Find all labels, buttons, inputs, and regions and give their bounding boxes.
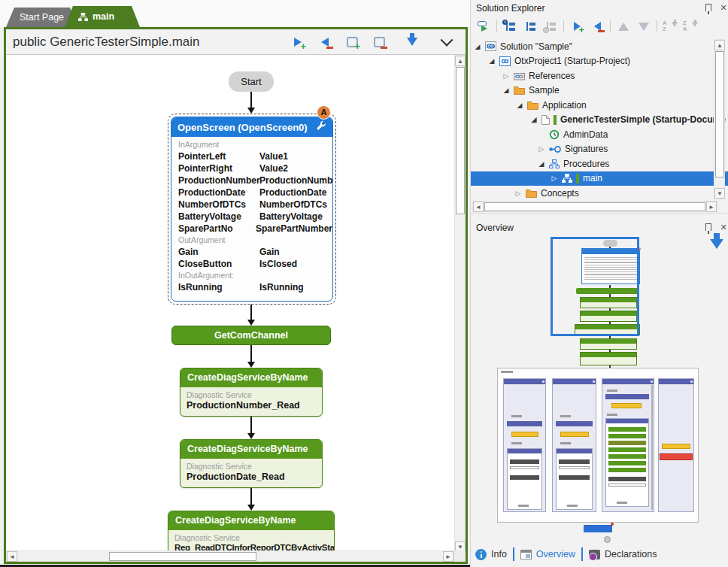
tree-item-document[interactable]: ◢ GenericTesterSimple (Startup-Docume (471, 113, 728, 128)
start-node[interactable]: Start (229, 71, 274, 92)
tree-item-references[interactable]: ▷ References (471, 68, 728, 83)
scroll-right-arrow[interactable]: ► (443, 551, 453, 562)
tree-item-concepts[interactable]: ▷ Concepts (471, 186, 728, 200)
solution-explorer-header: Solution Explorer ✕ (471, 0, 728, 17)
expander-icon[interactable]: ▷ (551, 174, 558, 182)
vscroll-thumb[interactable] (715, 51, 724, 177)
startup-marker (554, 115, 557, 125)
expander-icon[interactable]: ▷ (502, 72, 510, 80)
analysis-badge[interactable]: A (317, 105, 331, 120)
pin-icon[interactable] (702, 2, 714, 14)
flowchart-icon (78, 13, 88, 21)
expand-all-icon[interactable] (523, 20, 538, 33)
project-icon (499, 56, 511, 66)
inout-argument-label: InOutArgument: (178, 270, 332, 281)
sort-za-icon[interactable]: ZA (683, 20, 698, 33)
tree-item-admindata[interactable]: ◢ AdminData (471, 127, 728, 142)
argument-row: IsRunningIsRunning (178, 281, 332, 293)
argument-row: PointerLeftValue1 (178, 150, 332, 162)
remove-after-icon[interactable] (317, 35, 333, 50)
argument-row: PointerRightValue2 (178, 162, 332, 174)
flowchart-canvas[interactable]: Start A OpenScreen (OpenScreen0) InArgum… (6, 55, 454, 553)
tree-item-project[interactable]: ◢ OtxProject1 (Startup-Project) (471, 54, 728, 69)
editor-vscrollbar[interactable]: ▲ ▼ (454, 55, 466, 553)
hscroll-thumb[interactable] (109, 552, 256, 561)
tab-declarations[interactable]: Declarations (589, 549, 657, 559)
minimap-diag-node (580, 352, 637, 365)
expander-icon[interactable]: ◢ (516, 102, 523, 109)
expander-icon[interactable]: ◢ (538, 160, 545, 168)
create-diag-service-node[interactable]: CreateDiagServiceByName Diagnostic Servi… (180, 368, 323, 417)
scroll-up-arrow[interactable]: ▲ (455, 56, 466, 66)
scroll-right-arrow[interactable]: ► (706, 202, 717, 212)
expander-icon[interactable]: ◢ (488, 57, 496, 65)
tree-item-sample-folder[interactable]: ◢ Sample (471, 83, 728, 99)
tab-main[interactable]: main (65, 6, 140, 27)
tree-item-procedures[interactable]: ◢ Procedures (471, 156, 728, 171)
minimap-viewport[interactable] (551, 237, 639, 336)
scroll-down-icon[interactable] (404, 35, 420, 50)
add-item-icon[interactable]: + (569, 20, 584, 33)
document-tabstrip: Start Page main (0, 0, 470, 27)
tree-item-application-folder[interactable]: ◢ Application (471, 98, 728, 113)
expander-icon[interactable]: ◢ (474, 43, 481, 50)
insert-after-icon[interactable]: + (290, 35, 306, 50)
argument-row: NumberOfDTCsNumberOfDTCs (178, 199, 332, 211)
scroll-up-arrow[interactable]: ▲ (714, 40, 725, 50)
tab-separator (581, 547, 583, 561)
collapse-chevron-icon[interactable] (438, 35, 455, 50)
editor-toolbar: + + (290, 35, 466, 50)
get-com-channel-node[interactable]: GetComChannel (GetComChannel0) (171, 326, 331, 345)
move-down-icon[interactable] (636, 20, 651, 33)
scroll-left-arrow[interactable]: ◄ (473, 202, 484, 212)
hscroll-thumb[interactable] (484, 202, 705, 211)
argument-row: ProductionNumberProductionNumber (178, 174, 332, 186)
open-screen-node[interactable]: A OpenScreen (OpenScreen0) InArgument Po… (168, 114, 336, 305)
wrench-icon[interactable] (315, 120, 326, 134)
minimap-lane (658, 378, 694, 512)
expander-icon[interactable]: ◢ (502, 86, 510, 94)
solution-explorer-toolbar: i + AZ ZA (471, 17, 728, 36)
tree-vscrollbar[interactable]: ▲ ▼ (714, 39, 725, 199)
group-add-icon[interactable]: + (344, 35, 360, 50)
tab-info[interactable]: Info (475, 549, 507, 560)
procedure-editor: public GenericTesterSimple.main + + Star… (4, 27, 468, 564)
create-diag-service-node[interactable]: CreateDiagServiceByName Diagnostic Servi… (168, 511, 335, 553)
scroll-down-icon[interactable] (710, 239, 723, 249)
create-diag-service-node[interactable]: CreateDiagServiceByName Diagnostic Servi… (180, 439, 323, 488)
editor-titlebar: public GenericTesterSimple.main + + (6, 29, 466, 55)
tab-separator (513, 547, 514, 561)
scrollbar-corner (454, 550, 466, 562)
expander-icon[interactable]: ◢ (530, 116, 538, 123)
document-icon (541, 115, 550, 125)
collapse-all-icon[interactable]: i (502, 20, 517, 33)
close-icon[interactable]: ✕ (717, 2, 728, 14)
scroll-left-arrow[interactable]: ◄ (7, 551, 17, 562)
minimap-diag-node (580, 338, 637, 350)
move-up-icon[interactable] (616, 20, 631, 33)
declarations-icon (589, 550, 600, 559)
tree-item-solution[interactable]: ◢ Solution "Sample" (471, 39, 728, 54)
expander-icon[interactable]: ▷ (514, 190, 522, 197)
connector-arrow (250, 92, 252, 108)
panel-splitter[interactable] (471, 213, 728, 220)
scroll-down-arrow[interactable]: ▼ (714, 188, 725, 199)
tree-settings-icon[interactable] (543, 20, 558, 33)
expander-icon[interactable]: ▷ (538, 145, 545, 153)
show-all-documents-icon[interactable] (476, 20, 491, 33)
application-window: Start Page main public GenericTesterSimp… (0, 0, 728, 567)
editor-hscrollbar[interactable]: ◄ ► (6, 550, 454, 562)
group-remove-icon[interactable] (371, 35, 387, 50)
info-icon (475, 549, 487, 560)
sort-az-icon[interactable]: AZ (663, 20, 678, 33)
procedure-icon (562, 174, 572, 183)
tree-item-signatures[interactable]: ▷ Signatures (471, 142, 728, 157)
vscroll-thumb[interactable] (456, 67, 465, 214)
tree-item-main[interactable]: ▷ main (471, 171, 728, 186)
remove-item-icon[interactable] (590, 20, 605, 33)
minimap-parallel-region (497, 368, 699, 523)
tree-hscrollbar[interactable]: ◄ ► (472, 201, 717, 212)
tab-overview[interactable]: Overview (520, 549, 575, 559)
pin-icon[interactable] (702, 222, 714, 234)
close-icon[interactable]: ✕ (717, 222, 728, 234)
